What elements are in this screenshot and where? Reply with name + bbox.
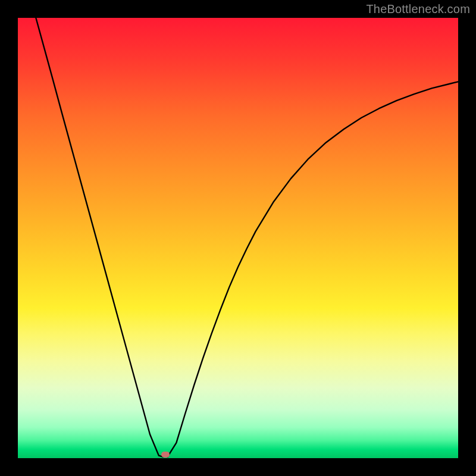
watermark-text: TheBottleneck.com (366, 2, 470, 16)
plot-area (18, 18, 458, 458)
min-marker (161, 452, 170, 458)
bottleneck-curve-path (36, 18, 458, 457)
curve-svg (18, 18, 458, 458)
chart-frame: TheBottleneck.com (0, 0, 476, 476)
